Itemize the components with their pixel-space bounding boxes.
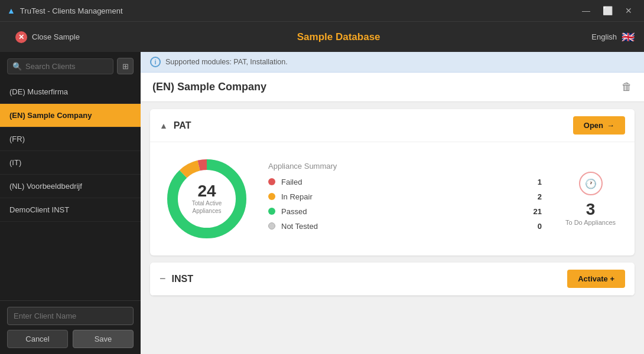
info-text: Supported modules: PAT, Installation. (165, 58, 288, 66)
cancel-button[interactable]: Cancel (7, 330, 68, 348)
content-area: i Supported modules: PAT, Installation. … (141, 52, 644, 354)
client-item-nl[interactable]: (NL) Voorbeeldbedrijf (0, 175, 141, 198)
activate-inst-button[interactable]: Activate + (567, 270, 625, 288)
titlebar-title: TruTest - Clients Management (20, 6, 573, 15)
flag-icon: 🇬🇧 (622, 31, 635, 44)
collapse-pat-icon[interactable]: ▲ (160, 121, 168, 130)
close-sample-button[interactable]: ✕ Close Sample (9, 28, 86, 47)
filter-button[interactable]: ⊞ (117, 58, 134, 74)
client-item-de[interactable]: (DE) Musterfirma (0, 80, 141, 104)
donut-total: 24 (192, 183, 222, 199)
language-label: English (591, 32, 617, 41)
donut-label: Total ActiveAppliances (192, 199, 222, 215)
nottested-dot (268, 222, 275, 230)
summary-row-nottested: Not Tested 0 (268, 222, 542, 231)
todo-clock-icon: 🕐 (579, 172, 603, 195)
minimize-button[interactable]: — (578, 2, 594, 19)
donut-chart-pat: 24 Total ActiveAppliances (160, 152, 254, 246)
search-icon: 🔍 (12, 62, 22, 71)
client-list: (DE) Musterfirma (EN) Sample Company (FR… (0, 80, 141, 300)
info-banner: i Supported modules: PAT, Installation. (141, 52, 644, 73)
module-body-pat: 24 Total ActiveAppliances Appliance Summ… (150, 142, 635, 255)
passed-dot (268, 208, 275, 215)
sidebar-actions: Cancel Save (7, 330, 134, 348)
topbar: ✕ Close Sample Sample Database English 🇬… (0, 21, 644, 52)
inrepair-label: In Repair (281, 192, 522, 201)
search-input[interactable] (25, 62, 108, 71)
close-sample-icon: ✕ (15, 31, 27, 43)
titlebar-controls: — ⬜ ✕ (578, 2, 637, 19)
inrepair-dot (268, 193, 275, 200)
module-card-pat: ▲ PAT Open → (150, 109, 635, 255)
passed-label: Passed (281, 207, 522, 216)
close-sample-label: Close Sample (32, 32, 80, 41)
client-item-fr[interactable]: (FR) (0, 127, 141, 151)
module-title-inst: INST (172, 274, 562, 284)
open-pat-button[interactable]: Open → (573, 116, 625, 135)
todo-count: 3 (586, 200, 596, 219)
summary-row-passed: Passed 21 (268, 207, 542, 216)
sidebar-bottom: Cancel Save (0, 300, 141, 354)
module-card-inst: − INST Activate + (150, 263, 635, 296)
open-arrow-icon: → (607, 121, 614, 130)
failed-label: Failed (281, 178, 522, 186)
close-button[interactable]: ✕ (620, 2, 637, 19)
client-item-en[interactable]: (EN) Sample Company (0, 104, 141, 127)
appliance-summary: Appliance Summary Failed 1 In Repair 2 (268, 162, 542, 237)
passed-count: 21 (528, 207, 542, 216)
new-client-input[interactable] (7, 307, 134, 325)
summary-title: Appliance Summary (268, 162, 542, 171)
summary-row-failed: Failed 1 (268, 178, 542, 186)
sidebar: 🔍 ⊞ (DE) Musterfirma (EN) Sample Company… (0, 52, 141, 354)
app-logo-icon: ▲ (7, 6, 15, 15)
delete-client-button[interactable]: 🗑 (622, 81, 632, 93)
info-icon: i (150, 57, 161, 67)
summary-row-inrepair: In Repair 2 (268, 192, 542, 201)
client-item-it[interactable]: (IT) (0, 151, 141, 175)
module-header-pat: ▲ PAT Open → (150, 109, 635, 142)
donut-center: 24 Total ActiveAppliances (192, 183, 222, 215)
collapse-inst-icon[interactable]: − (160, 273, 166, 285)
modules-area: ▲ PAT Open → (141, 102, 644, 303)
save-button[interactable]: Save (73, 330, 134, 348)
app-title: Sample Database (86, 31, 591, 43)
nottested-label: Not Tested (281, 222, 522, 231)
nottested-count: 0 (528, 222, 542, 231)
failed-dot (268, 178, 275, 185)
failed-count: 1 (528, 178, 542, 186)
module-header-inst: − INST Activate + (150, 263, 635, 296)
maximize-button[interactable]: ⬜ (599, 2, 616, 19)
client-title: (EN) Sample Company (152, 81, 266, 93)
search-bar: 🔍 ⊞ (0, 52, 141, 80)
inrepair-count: 2 (528, 192, 542, 201)
clock-icon: 🕐 (585, 178, 597, 189)
todo-section: 🕐 3 To Do Appliances (556, 167, 625, 231)
module-title-pat: PAT (174, 120, 567, 131)
client-item-demo[interactable]: DemoClient INST (0, 198, 141, 222)
todo-label: To Do Appliances (565, 219, 616, 226)
open-pat-label: Open (584, 121, 603, 130)
client-header: (EN) Sample Company 🗑 (141, 73, 644, 102)
language-selector[interactable]: English 🇬🇧 (591, 31, 635, 44)
main-layout: 🔍 ⊞ (DE) Musterfirma (EN) Sample Company… (0, 52, 644, 354)
search-input-wrap[interactable]: 🔍 (7, 58, 113, 74)
titlebar: ▲ TruTest - Clients Management — ⬜ ✕ (0, 0, 644, 21)
